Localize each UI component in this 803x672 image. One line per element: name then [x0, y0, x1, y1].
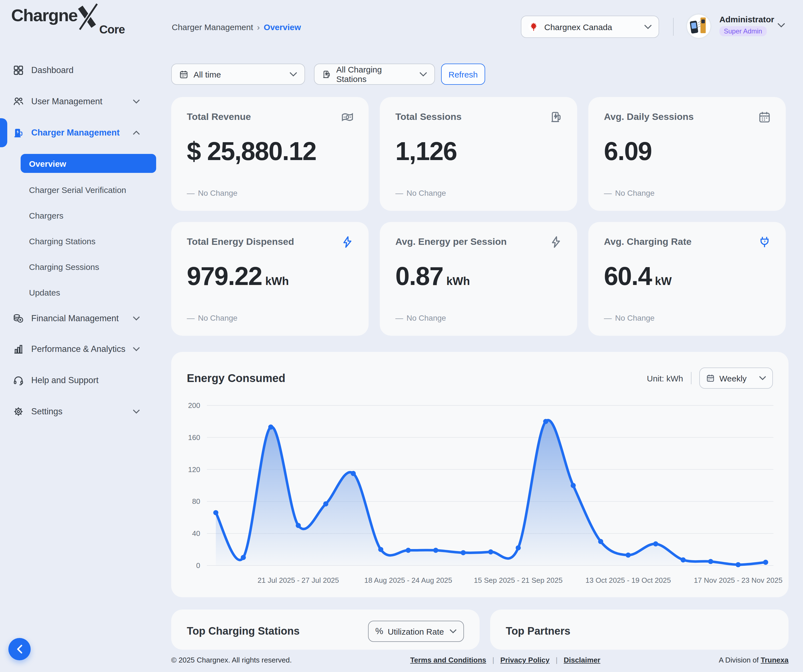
copyright-text: © 2025 Chargnex. All rights reserved. — [171, 656, 292, 664]
sidebar-item-user-management[interactable]: User Management — [0, 91, 159, 112]
stat-change: —No Change — [604, 189, 655, 197]
stat-value: 979.22kWh — [187, 261, 353, 291]
sidebar-item-label: Help and Support — [31, 375, 98, 386]
breadcrumb-separator: › — [257, 22, 260, 32]
submenu-item-charger-serial-verification[interactable]: Charger Serial Verification — [21, 180, 156, 199]
org-selector-label: Chargnex Canada — [544, 22, 612, 31]
chart-title: Energy Consumed — [187, 372, 285, 384]
users-icon — [13, 96, 24, 107]
user-name: Administrator — [719, 15, 774, 24]
svg-text:13 Oct 2025 - 19 Oct 2025: 13 Oct 2025 - 19 Oct 2025 — [585, 576, 671, 584]
date-range-select[interactable]: All time — [171, 63, 305, 85]
chart-controls: Unit: kWh Weekly — [647, 368, 773, 389]
stats-grid: Total Revenue $ 25,880.12 —No Change Tot… — [171, 97, 788, 336]
metric-select[interactable]: % Utilization Rate — [368, 621, 464, 642]
top-charging-stations-card: Top Charging Stations % Utilization Rate — [171, 610, 480, 650]
stat-title: Total Revenue — [187, 112, 353, 123]
svg-text:160: 160 — [188, 433, 200, 442]
footer: © 2025 Chargnex. All rights reserved. Te… — [171, 656, 788, 664]
stat-title: Avg. Charging Rate — [604, 236, 770, 247]
submenu-item-label: Overview — [29, 159, 66, 168]
energy-consumed-chart: 0408012016020021 Jul 2025 - 27 Jul 20251… — [171, 389, 788, 597]
svg-text:18 Aug 2025 - 24 Aug 2025: 18 Aug 2025 - 24 Aug 2025 — [364, 576, 452, 584]
stat-unit: kW — [655, 275, 672, 287]
stat-title: Total Sessions — [395, 112, 562, 123]
sidebar-item-performance-analytics[interactable]: Performance & Analytics — [0, 339, 159, 359]
sidebar-item-label: User Management — [31, 96, 102, 106]
svg-text:21 Jul 2025 - 27 Jul 2025: 21 Jul 2025 - 27 Jul 2025 — [258, 576, 339, 584]
stat-unit: kWh — [265, 275, 289, 287]
privacy-link[interactable]: Privacy Policy — [501, 656, 549, 664]
stat-change: —No Change — [187, 313, 237, 322]
logo-sub-wordmark: Core — [99, 23, 125, 36]
sidebar-item-financial-management[interactable]: Financial Management — [0, 308, 159, 329]
breadcrumb-current[interactable]: Overview — [264, 22, 301, 32]
stat-value: 6.09 — [604, 136, 770, 166]
logo-x-icon — [76, 3, 99, 30]
svg-text:17 Nov 2025 - 23 Nov 2025: 17 Nov 2025 - 23 Nov 2025 — [694, 576, 782, 584]
bolt-icon — [549, 235, 562, 249]
sidebar-item-settings[interactable]: Settings — [0, 402, 159, 421]
submenu-item-chargers[interactable]: Chargers — [21, 206, 156, 225]
chevron-down-icon — [449, 629, 457, 633]
stat-change: —No Change — [395, 189, 446, 197]
stat-title: Avg. Energy per Session — [395, 236, 562, 247]
avatar[interactable] — [686, 13, 712, 39]
submenu-item-label: Charging Sessions — [29, 262, 99, 271]
submenu-item-label: Chargers — [29, 210, 63, 220]
coins-icon — [13, 313, 24, 324]
energy-consumed-card: Energy Consumed Unit: kWh Weekly 0408012… — [171, 352, 788, 597]
stat-unit: kWh — [446, 275, 470, 287]
app-logo: Chargne Core — [11, 5, 128, 39]
period-select-value: Weekly — [719, 373, 747, 383]
terms-link[interactable]: Terms and Conditions — [410, 656, 486, 664]
trunexa-link[interactable]: Trunexa — [761, 656, 788, 664]
station-select-value: All Charging Stations — [336, 65, 415, 84]
svg-text:80: 80 — [192, 497, 200, 506]
station-select[interactable]: All Charging Stations — [314, 63, 435, 85]
sidebar: Chargne Core Dashboard — [0, 0, 159, 672]
sidebar-item-charger-management[interactable]: Charger Management — [0, 123, 159, 143]
calendar-icon — [706, 374, 715, 382]
sidebar-item-label: Charger Management — [31, 128, 120, 138]
submenu-item-charging-stations[interactable]: Charging Stations — [21, 231, 156, 251]
sidebar-item-label: Dashboard — [31, 65, 73, 75]
breadcrumb-parent[interactable]: Charger Management — [172, 22, 253, 32]
sidebar-collapse-button[interactable] — [8, 638, 31, 660]
submenu-item-overview[interactable]: Overview — [21, 154, 156, 173]
stat-title: Total Energy Dispensed — [187, 236, 353, 247]
stat-card-avg-daily-sessions: Avg. Daily Sessions 6.09 —No Change — [588, 97, 786, 211]
refresh-button[interactable]: Refresh — [441, 63, 485, 85]
sidebar-item-help-support[interactable]: Help and Support — [0, 370, 159, 391]
stat-change: —No Change — [604, 313, 655, 322]
ev-charger-icon — [13, 127, 24, 138]
banknote-icon — [341, 111, 354, 124]
org-selector[interactable]: Chargnex Canada — [521, 16, 659, 38]
submenu-item-updates[interactable]: Updates — [21, 283, 156, 302]
footer-link-separator: | — [493, 656, 494, 664]
bolt-icon — [341, 235, 354, 249]
charger-management-submenu: Overview Charger Serial Verification Cha… — [0, 154, 159, 302]
submenu-item-label: Updates — [29, 288, 60, 297]
submenu-item-charging-sessions[interactable]: Charging Sessions — [21, 257, 156, 276]
period-select[interactable]: Weekly — [699, 368, 773, 389]
stat-value: 60.4kW — [604, 261, 770, 291]
stat-card-avg-charging-rate: Avg. Charging Rate 60.4kW —No Change — [588, 222, 786, 336]
svg-text:40: 40 — [192, 529, 200, 538]
stat-card-total-energy-dispensed: Total Energy Dispensed 979.22kWh —No Cha… — [171, 222, 369, 336]
sidebar-item-label: Settings — [31, 407, 62, 417]
chevron-down-icon — [419, 72, 427, 76]
top-stations-title: Top Charging Stations — [187, 625, 300, 638]
chevron-down-icon — [133, 99, 140, 104]
user-menu-chevron-icon[interactable] — [777, 23, 785, 28]
disclaimer-link[interactable]: Disclaimer — [564, 656, 601, 664]
headset-icon — [13, 375, 24, 386]
chart-header: Energy Consumed Unit: kWh Weekly — [171, 352, 788, 389]
svg-text:0: 0 — [196, 561, 200, 569]
stat-value: 1,126 — [395, 136, 562, 166]
header-divider — [673, 18, 674, 36]
top-partners-title: Top Partners — [506, 625, 571, 638]
sidebar-item-dashboard[interactable]: Dashboard — [0, 60, 159, 80]
stat-value: 0.87kWh — [395, 261, 562, 291]
footer-link-separator: | — [556, 656, 558, 664]
